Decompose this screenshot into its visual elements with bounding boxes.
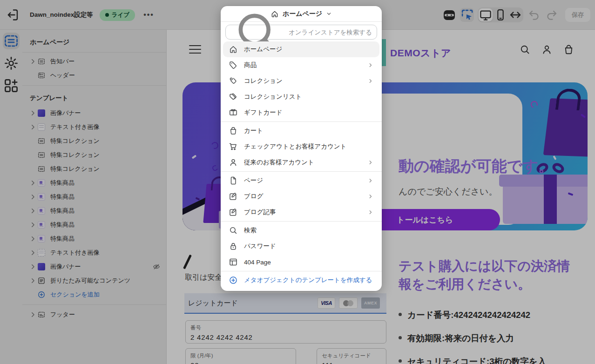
menu-item-従来のお客様アカウント[interactable]: 従来のお客様アカウント: [223, 155, 379, 170]
chevron-right-icon: [367, 159, 374, 166]
menu-item-label: 従来のお客様アカウント: [244, 158, 361, 167]
menu-item-ギフトカード[interactable]: ギフトカード: [223, 105, 379, 121]
menu-item-パスワード[interactable]: パスワード: [223, 238, 379, 254]
menu-item-コレクションリスト[interactable]: コレクションリスト: [223, 89, 379, 105]
menu-item-label: ホームページ: [244, 45, 374, 54]
menu-item-ブログ記事[interactable]: ブログ記事: [223, 204, 379, 220]
divider: [221, 171, 382, 172]
menu-item-検索[interactable]: 検索: [223, 222, 379, 238]
menu-item-label: パスワード: [244, 242, 374, 250]
chevron-right-icon: [367, 209, 374, 216]
menu-item-コレクション[interactable]: コレクション: [223, 73, 379, 89]
divider: [221, 271, 382, 271]
layout-404-icon: [229, 257, 238, 267]
lock-icon: [229, 242, 238, 251]
menu-item-ホームページ[interactable]: ホームページ: [223, 41, 379, 57]
collections-list-icon: [229, 92, 238, 101]
divider: [221, 221, 382, 222]
page-selector-menu: ホームページ商品コレクションコレクションリストギフトカードカートチェックアウトと…: [221, 40, 382, 291]
cart-icon: [229, 142, 238, 151]
menu-item-label: ギフトカード: [244, 108, 374, 117]
chevron-right-icon: [367, 193, 374, 200]
chevron-down-icon: [326, 11, 332, 17]
theme-editor: Dawn_noindex設定等 ライブ ••• 保存 ホームページ: [0, 0, 595, 364]
page-selector-dropdown: ホームページ ホームページ商品コレクションコレクションリストギフトカードカートチ…: [221, 6, 382, 291]
page-search-input[interactable]: [288, 28, 372, 36]
menu-item-カート[interactable]: カート: [223, 123, 379, 139]
menu-item-label: チェックアウトとお客様アカウント: [244, 142, 374, 151]
bag-icon: [229, 126, 238, 135]
page-icon: [229, 176, 238, 185]
menu-item-404-page[interactable]: 404 Page: [223, 254, 379, 270]
menu-item-label: 404 Page: [244, 259, 374, 266]
menu-item-チェックアウトとお客様アカウント[interactable]: チェックアウトとお客様アカウント: [223, 139, 379, 155]
menu-item-label: ブログ: [244, 192, 361, 201]
menu-item-メタオブジェクトのテンプレートを作成する[interactable]: メタオブジェクトのテンプレートを作成する: [223, 272, 379, 288]
current-page-title: ホームページ: [283, 10, 322, 18]
blog-icon: [229, 208, 238, 217]
menu-item-label: ページ: [244, 176, 361, 185]
menu-item-label: カート: [244, 127, 374, 135]
menu-item-ページ[interactable]: ページ: [223, 173, 379, 189]
menu-item-label: メタオブジェクトのテンプレートを作成する: [244, 276, 374, 284]
menu-item-label: コレクション: [244, 77, 361, 85]
menu-item-label: コレクションリスト: [244, 93, 374, 101]
person-icon: [229, 158, 238, 167]
menu-item-ブログ[interactable]: ブログ: [223, 189, 379, 204]
search-icon: [229, 226, 238, 235]
menu-item-label: 商品: [244, 61, 361, 69]
gift-card-icon: [229, 108, 238, 117]
chevron-right-icon: [367, 177, 374, 184]
divider: [221, 121, 382, 122]
chevron-right-icon: [367, 62, 374, 68]
plus-circle-icon: [229, 276, 238, 285]
blog-icon: [229, 192, 238, 201]
collection-icon: [229, 76, 238, 86]
menu-item-label: 検索: [244, 226, 374, 235]
menu-item-label: ブログ記事: [244, 208, 361, 216]
home-icon: [229, 45, 238, 54]
tag-icon: [229, 61, 238, 70]
chevron-right-icon: [367, 78, 374, 84]
page-search-box[interactable]: [225, 25, 377, 40]
menu-item-商品[interactable]: 商品: [223, 57, 379, 73]
